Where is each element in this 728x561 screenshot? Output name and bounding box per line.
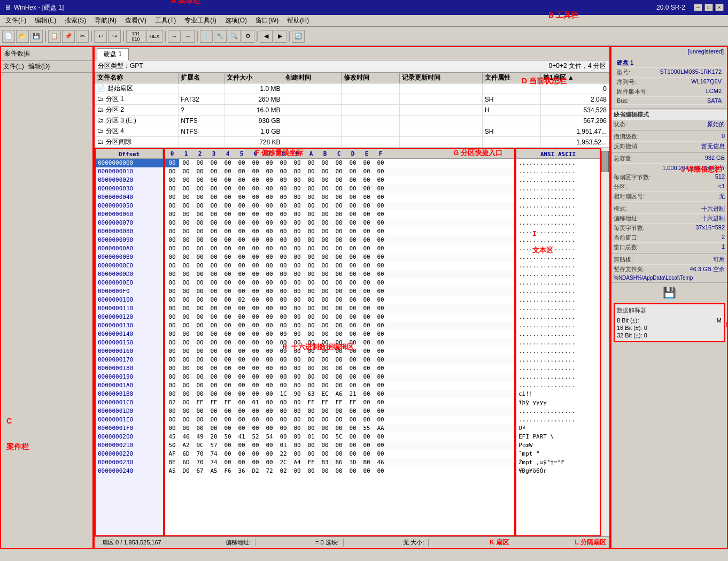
hex-cell[interactable]: 00	[304, 227, 318, 236]
hex-cell[interactable]: 00	[193, 167, 207, 176]
hex-cell[interactable]: 00	[179, 176, 193, 185]
offset-cell[interactable]: 0000000060	[96, 210, 163, 219]
hex-cell[interactable]: 00	[332, 167, 346, 176]
hex-cell[interactable]: 00	[360, 304, 374, 313]
hex-cell[interactable]: 00	[332, 330, 346, 339]
hex-cell[interactable]: 00	[374, 313, 388, 321]
toolbar-plugin[interactable]: ⚙	[242, 30, 254, 43]
hex-cell[interactable]: 00	[207, 330, 221, 339]
hex-cell[interactable]: 00	[332, 244, 346, 253]
hex-cell[interactable]: 00	[193, 381, 207, 390]
toolbar-undo[interactable]: ↩	[94, 30, 107, 43]
hex-cell[interactable]: 00	[360, 416, 374, 424]
hex-cell[interactable]: 00	[332, 227, 346, 236]
hex-cell[interactable]: 00	[179, 416, 193, 424]
hex-cell[interactable]: 00	[360, 193, 374, 202]
hex-cell[interactable]: 00	[165, 296, 179, 304]
offset-cell[interactable]: 0000000000	[96, 159, 163, 167]
offset-cell[interactable]: 0000000F0	[96, 287, 163, 296]
hex-cell[interactable]: 00	[318, 424, 332, 433]
hex-cell[interactable]: 00	[249, 296, 262, 304]
hex-cell[interactable]: 00	[207, 390, 221, 398]
hex-cell[interactable]: 00	[304, 176, 318, 185]
hex-cell[interactable]: 00	[374, 202, 388, 210]
hex-cell[interactable]: 00	[179, 253, 193, 262]
hex-cell[interactable]: 00	[276, 193, 290, 202]
offset-cell[interactable]: 0000000230	[96, 458, 163, 467]
hex-cell[interactable]: 00	[262, 424, 276, 433]
hex-cell[interactable]: FE	[207, 398, 221, 407]
hex-cell[interactable]: 00	[346, 364, 360, 373]
hex-cell[interactable]: 00	[165, 167, 179, 176]
hex-cell[interactable]: 00	[221, 458, 235, 467]
hex-cell[interactable]: 00	[165, 270, 179, 279]
hex-cell[interactable]: 00	[346, 339, 360, 347]
hex-cell[interactable]: 00	[221, 244, 235, 253]
hex-cell[interactable]: 00	[276, 244, 290, 253]
hex-cell[interactable]: 00	[235, 339, 249, 347]
hex-cell[interactable]: 00	[374, 279, 388, 287]
hex-cell[interactable]: B3	[318, 458, 332, 467]
hex-cell[interactable]: 00	[318, 210, 332, 219]
hex-cell[interactable]: 00	[249, 304, 262, 313]
hex-cell[interactable]: 00	[304, 287, 318, 296]
hex-cell[interactable]: 00	[221, 185, 235, 193]
hex-cell[interactable]: 00	[262, 296, 276, 304]
hex-cell[interactable]: 00	[221, 339, 235, 347]
hex-cell[interactable]: 00	[165, 313, 179, 321]
hex-cell[interactable]: 00	[179, 356, 193, 364]
hex-cell[interactable]: 00	[235, 321, 249, 330]
hex-cell[interactable]: 00	[318, 356, 332, 364]
hex-cell[interactable]: 00	[235, 390, 249, 398]
toolbar-paste[interactable]: 📌	[62, 30, 75, 43]
offset-cell[interactable]: 00000001F0	[96, 424, 163, 433]
hex-cell[interactable]: 00	[193, 244, 207, 253]
hex-cell[interactable]: 00	[193, 347, 207, 356]
hex-cell[interactable]: 00	[290, 330, 304, 339]
offset-cell[interactable]: 00000001D0	[96, 407, 163, 416]
hex-cell[interactable]: 00	[360, 236, 374, 244]
hex-cell[interactable]: 00	[290, 347, 304, 356]
hex-cell[interactable]: 00	[221, 296, 235, 304]
hex-cell[interactable]: 00	[276, 424, 290, 433]
hex-cell[interactable]: 00	[318, 202, 332, 210]
hex-cell[interactable]: 00	[374, 364, 388, 373]
hex-cell[interactable]: 00	[165, 321, 179, 330]
hex-cell[interactable]: 00	[304, 236, 318, 244]
hex-cell[interactable]: 00	[249, 356, 262, 364]
hex-cell[interactable]: 00	[235, 424, 249, 433]
hex-cell[interactable]: A5	[207, 467, 221, 475]
hex-cell[interactable]: 50	[221, 433, 235, 441]
hex-cell[interactable]: 00	[165, 227, 179, 236]
offset-cell[interactable]: 0000000020	[96, 176, 163, 185]
hex-cell[interactable]: 00	[207, 227, 221, 236]
toolbar-redo[interactable]: ↪	[108, 30, 121, 43]
hex-cell[interactable]: 00	[360, 364, 374, 373]
scrollbar-thumb[interactable]	[601, 151, 609, 172]
hex-cell[interactable]: 00	[360, 347, 374, 356]
hex-cell[interactable]: 00	[346, 159, 360, 167]
hex-cell[interactable]: 00	[235, 330, 249, 339]
hex-cell[interactable]: 00	[374, 227, 388, 236]
toolbar-cut[interactable]: ✂	[76, 30, 89, 43]
hex-cell[interactable]: 00	[276, 373, 290, 381]
hex-cell[interactable]: A6	[332, 390, 346, 398]
hex-cell[interactable]: 00	[304, 185, 318, 193]
hex-cell[interactable]: 00	[346, 330, 360, 339]
hex-cell[interactable]: 00	[276, 296, 290, 304]
hex-cell[interactable]: 00	[318, 373, 332, 381]
hex-cell[interactable]: 00	[165, 356, 179, 364]
menu-item-tools[interactable]: 工具(T)	[151, 15, 180, 26]
hex-cell[interactable]: 02	[235, 296, 249, 304]
toolbar-find[interactable]: 101010	[126, 30, 145, 43]
hex-cell[interactable]: 00	[290, 313, 304, 321]
hex-cell[interactable]: 00	[262, 416, 276, 424]
hex-cell[interactable]: 00	[346, 407, 360, 416]
hex-cell[interactable]: 00	[193, 287, 207, 296]
hex-cell[interactable]: 00	[290, 296, 304, 304]
hex-cell[interactable]: 00	[179, 202, 193, 210]
hex-cell[interactable]: 00	[179, 339, 193, 347]
hex-cell[interactable]: 00	[207, 424, 221, 433]
hex-cell[interactable]: 00	[276, 236, 290, 244]
hex-cell[interactable]: 00	[262, 219, 276, 227]
